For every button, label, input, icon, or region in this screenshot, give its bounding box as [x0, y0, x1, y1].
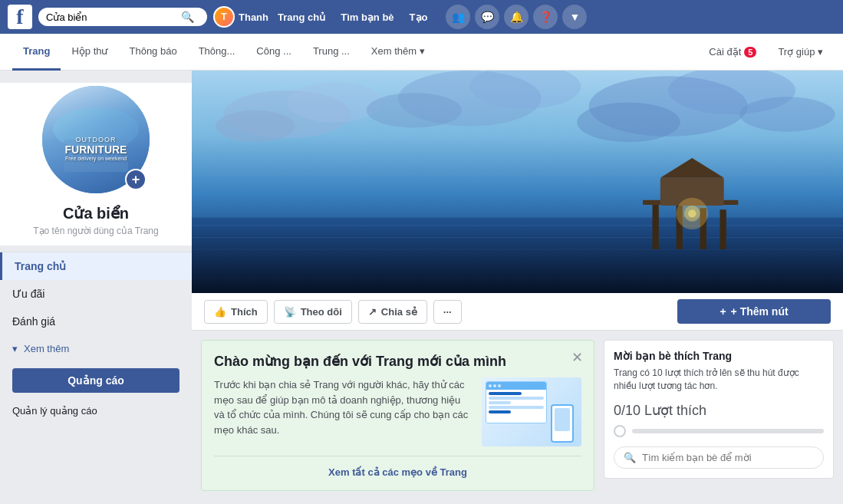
sidebar-item-uu-dai[interactable]: Ưu đãi	[0, 280, 192, 308]
like-button[interactable]: 👍 Thích	[204, 300, 268, 324]
settings-badge: 5	[744, 47, 756, 58]
page-layout: OUTDOOR FURNITURE Free delivery on weeke…	[0, 71, 843, 500]
likes-number: 0/10	[614, 403, 640, 418]
follow-button[interactable]: 📡 Theo dõi	[274, 300, 352, 324]
browser-line-5	[489, 410, 511, 413]
tab-cong[interactable]: Công ...	[245, 34, 302, 71]
close-button[interactable]: ✕	[568, 348, 586, 367]
mobile-screen	[555, 408, 570, 431]
svg-point-9	[577, 102, 680, 142]
avatar-text-furniture: FURNITURE	[65, 143, 127, 156]
welcome-title: Chào mừng bạn đến với Trang mới của mình	[214, 353, 581, 370]
welcome-description: Trước khi bạn chia sẻ Trang với người kh…	[214, 377, 473, 437]
messenger-icon-btn[interactable]: 💬	[475, 5, 499, 29]
browser-line-3	[489, 401, 511, 404]
sidebar-nav: Trang chủ Ưu đãi Đánh giá ▾ Xem thêm	[0, 252, 192, 362]
avatar: T	[213, 6, 235, 28]
sidebar-item-trang-chu[interactable]: Trang chủ	[0, 252, 192, 280]
chevron-down-icon: ▾	[12, 343, 18, 354]
top-nav-links: T Thanh Trang chủ Tìm bạn bè Tạo	[213, 6, 433, 28]
welcome-text: Trước khi bạn chia sẻ Trang với người kh…	[214, 377, 473, 437]
browser-bar	[486, 382, 546, 390]
page-subtitle: Tạo tên người dùng của Trang	[0, 226, 192, 236]
create-link[interactable]: Tạo	[403, 8, 434, 26]
search-bar[interactable]: 🔍	[38, 8, 207, 26]
browser-content	[486, 390, 546, 417]
dot-1	[489, 384, 492, 387]
more-button[interactable]: ···	[433, 300, 462, 324]
find-friends-link[interactable]: Tìm bạn bè	[334, 8, 400, 26]
main-content: 👍 Thích 📡 Theo dõi ↗ Chia sẻ ··· + + Thê…	[192, 71, 843, 500]
secondary-nav: Trang Hộp thư Thông báo Thông... Công ..…	[0, 34, 843, 71]
caret-icon-btn[interactable]: ▼	[562, 5, 587, 29]
svg-point-6	[367, 93, 462, 128]
add-avatar-button[interactable]: +	[125, 169, 147, 190]
search-friends-input[interactable]	[642, 452, 814, 463]
svg-rect-11	[192, 218, 843, 293]
welcome-footer: Xem tất cả các mẹo về Trang	[214, 456, 581, 478]
profile-avatar-wrap: OUTDOOR FURNITURE Free delivery on weeke…	[39, 83, 153, 196]
svg-point-10	[739, 97, 835, 132]
tab-trang[interactable]: Trang	[12, 34, 61, 71]
top-nav: f 🔍 T Thanh Trang chủ Tìm bạn bè Tạo 👥 💬…	[0, 0, 843, 34]
user-name: Thanh	[239, 12, 268, 23]
search-friends[interactable]: 🔍	[614, 446, 824, 469]
sidebar-see-more[interactable]: ▾ Xem thêm	[0, 335, 192, 362]
friends-icon-btn[interactable]: 👥	[446, 5, 470, 29]
avatar-text: OUTDOOR FURNITURE Free delivery on weeke…	[65, 136, 127, 161]
browser-line-2	[489, 397, 544, 400]
tab-hop-thu[interactable]: Hộp thư	[61, 34, 118, 71]
search-icon: 🔍	[181, 11, 194, 23]
profile-section: OUTDOOR FURNITURE Free delivery on weeke…	[0, 83, 192, 245]
browser-mockup	[486, 381, 547, 423]
settings-label: Cài đặt	[709, 46, 741, 58]
user-profile-link[interactable]: T Thanh	[213, 6, 268, 28]
cover-photo	[192, 71, 843, 293]
follow-icon: 📡	[284, 306, 296, 318]
dot-3	[498, 384, 501, 387]
dot-2	[493, 384, 496, 387]
browser-line-4	[489, 406, 544, 409]
progress-bar	[632, 429, 824, 433]
progress-bar-wrap	[614, 425, 824, 437]
svg-rect-18	[720, 209, 726, 249]
search-input[interactable]	[46, 12, 176, 23]
help-button[interactable]: Trợ giúp ▾	[770, 41, 831, 62]
svg-point-24	[688, 209, 696, 217]
tab-thong[interactable]: Thông...	[188, 34, 246, 71]
settings-button[interactable]: Cài đặt 5	[701, 41, 764, 62]
svg-point-2	[287, 83, 382, 123]
help-label: Trợ giúp ▾	[778, 46, 823, 58]
follow-label: Theo dõi	[301, 306, 342, 318]
tab-thong-bao[interactable]: Thông báo	[118, 34, 187, 71]
welcome-image	[482, 377, 581, 446]
share-label: Chia sẻ	[381, 306, 417, 318]
browser-line-1	[489, 392, 522, 395]
invite-title: Mời bạn bè thích Trang	[614, 350, 824, 362]
progress-circle	[614, 425, 626, 437]
share-icon: ↗	[368, 306, 377, 318]
add-button-btn[interactable]: + + Thêm nút	[677, 299, 831, 324]
tab-trung[interactable]: Trung ...	[302, 34, 361, 71]
add-icon: +	[720, 305, 726, 318]
likes-label: Lượt thích	[644, 403, 706, 418]
share-button[interactable]: ↗ Chia sẻ	[358, 300, 427, 324]
home-link[interactable]: Trang chủ	[272, 8, 331, 26]
tab-xem-them[interactable]: Xem thêm ▾	[361, 34, 436, 71]
sidebar-item-danh-gia[interactable]: Đánh giá	[0, 308, 192, 335]
see-more-label: Xem thêm	[24, 343, 69, 354]
add-btn-label: + Thêm nút	[731, 305, 789, 318]
avatar-text-outdoor: OUTDOOR	[65, 136, 127, 143]
likes-count: 0/10 Lượt thích	[614, 402, 824, 419]
left-sidebar: OUTDOOR FURNITURE Free delivery on weeke…	[0, 71, 192, 500]
quan-ly-link[interactable]: Quản lý quảng cáo	[0, 399, 192, 423]
svg-rect-15	[653, 202, 659, 249]
like-icon: 👍	[214, 306, 226, 318]
help-icon-btn[interactable]: ❓	[533, 5, 558, 29]
see-all-tips-link[interactable]: Xem tất cả các mẹo về Trang	[328, 466, 467, 478]
invite-description: Trang có 10 lượt thích trở lên sẽ thu hú…	[614, 367, 824, 393]
like-label: Thích	[231, 306, 258, 318]
facebook-logo: f	[8, 5, 32, 29]
quang-cao-button[interactable]: Quảng cáo	[12, 368, 179, 393]
bell-icon-btn[interactable]: 🔔	[504, 5, 529, 29]
